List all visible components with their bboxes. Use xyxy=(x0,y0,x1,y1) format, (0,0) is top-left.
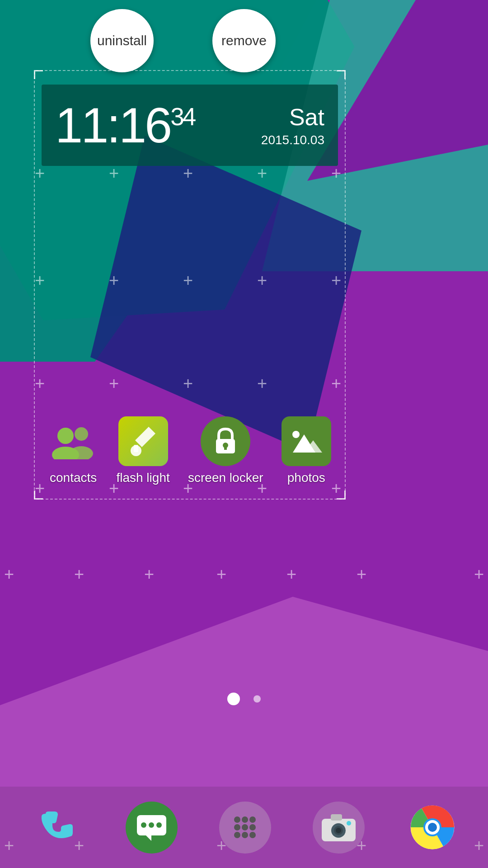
svg-point-0 xyxy=(57,428,74,444)
app-drawer-icon xyxy=(228,811,262,844)
flashlight-icon-container xyxy=(118,416,168,466)
svg-rect-27 xyxy=(331,814,342,821)
app-flashlight[interactable]: flash light xyxy=(116,416,169,485)
svg-point-20 xyxy=(234,824,240,830)
screen-locker-icon xyxy=(210,425,241,457)
app-photos[interactable]: photos xyxy=(282,416,331,485)
hangouts-icon xyxy=(135,813,169,842)
widget-apps: contacts flash light xyxy=(35,416,345,485)
svg-point-14 xyxy=(141,822,146,828)
clock-day: Sat xyxy=(261,104,324,131)
page-indicator xyxy=(227,693,261,705)
clock-widget: 11:1634 Sat 2015.10.03 xyxy=(42,85,338,166)
svg-point-19 xyxy=(249,816,256,823)
svg-point-31 xyxy=(347,821,351,826)
screen-locker-label: screen locker xyxy=(188,471,263,485)
clock-date-info: Sat 2015.10.03 xyxy=(261,104,324,147)
svg-point-1 xyxy=(75,427,88,441)
svg-point-16 xyxy=(156,822,162,828)
page-dot-inactive xyxy=(253,695,261,703)
dock-hangouts[interactable] xyxy=(126,802,178,854)
svg-point-12 xyxy=(292,431,300,438)
clock-date: 2015.10.03 xyxy=(261,133,324,147)
contacts-label: contacts xyxy=(50,471,97,485)
photos-icon xyxy=(291,428,322,455)
svg-point-22 xyxy=(249,824,256,830)
dock-camera[interactable] xyxy=(313,802,365,854)
contacts-icon xyxy=(52,423,95,459)
svg-point-18 xyxy=(242,816,248,823)
svg-point-21 xyxy=(242,824,248,830)
dock-app-drawer[interactable] xyxy=(219,802,271,854)
clock-hours-minutes: 11:16 xyxy=(55,97,170,153)
svg-rect-5 xyxy=(134,445,138,452)
flashlight-icon xyxy=(128,425,158,458)
svg-point-24 xyxy=(242,832,248,838)
app-screen-locker[interactable]: screen locker xyxy=(188,416,263,485)
svg-point-17 xyxy=(234,816,240,823)
chrome-icon xyxy=(410,805,455,850)
dock-phone[interactable] xyxy=(30,800,84,854)
screen-locker-icon-container xyxy=(201,416,250,466)
flashlight-label: flash light xyxy=(116,471,169,485)
svg-point-23 xyxy=(234,832,240,838)
phone-icon xyxy=(39,809,75,845)
app-contacts[interactable]: contacts xyxy=(48,416,98,485)
svg-point-15 xyxy=(149,822,154,828)
svg-point-35 xyxy=(428,823,437,832)
contacts-icon-container xyxy=(48,416,98,466)
clock-time: 11:1634 xyxy=(55,100,194,150)
page-dot-active xyxy=(227,693,240,705)
photos-label: photos xyxy=(287,471,325,485)
camera-icon xyxy=(319,811,358,844)
svg-point-30 xyxy=(336,828,341,833)
remove-button[interactable]: remove xyxy=(212,9,276,72)
dock xyxy=(0,787,488,868)
svg-point-25 xyxy=(249,832,256,838)
widget-container: 11:1634 Sat 2015.10.03 contacts xyxy=(34,70,346,500)
photos-icon-container xyxy=(282,416,331,466)
dock-chrome[interactable] xyxy=(406,802,458,854)
uninstall-button[interactable]: uninstall xyxy=(90,9,154,72)
svg-rect-8 xyxy=(224,445,227,450)
clock-seconds: 34 xyxy=(170,103,194,131)
